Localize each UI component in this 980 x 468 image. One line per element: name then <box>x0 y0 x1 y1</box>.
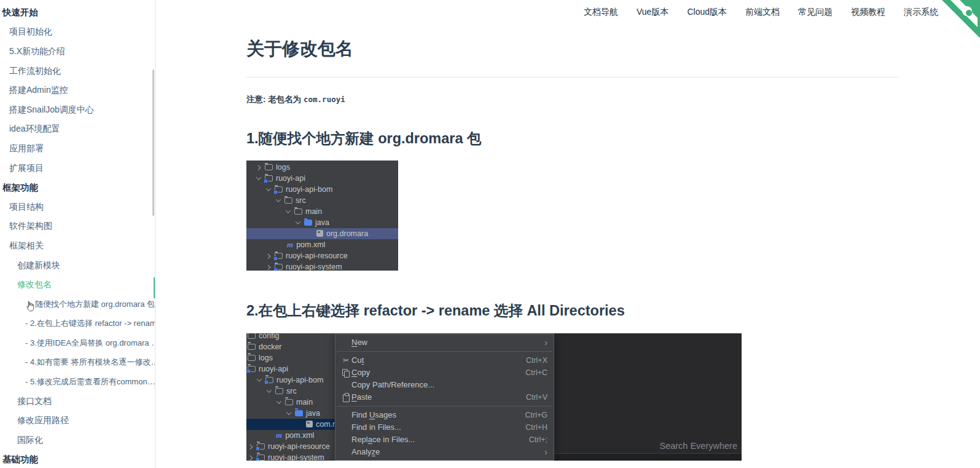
chevron-right-icon <box>264 263 273 271</box>
sidebar-item[interactable]: 框架相关 <box>0 236 155 256</box>
sidebar-item[interactable]: 项目初始化 <box>0 23 155 42</box>
submenu-arrow-icon: › <box>544 448 547 456</box>
menu-item: Replace in Files...Ctrl+; <box>335 434 554 446</box>
tree-item-label: src <box>296 196 306 205</box>
sidebar-item[interactable]: 随便找个地方新建 org.dromara 包 <box>0 295 155 314</box>
sidebar-item[interactable]: 应用部署 <box>0 139 155 159</box>
sidebar-item[interactable]: - 2.在包上右键选择 refactor -> renam… <box>0 314 155 334</box>
tree-item-label: pom.xml <box>296 240 325 249</box>
sidebar-item[interactable]: 创建新模块 <box>0 256 155 276</box>
tree-item-label: main <box>305 207 322 216</box>
menu-item-label: New <box>351 338 367 347</box>
tree-item-label: pom.xml <box>285 431 314 440</box>
chevron-right-icon <box>264 252 273 260</box>
menu-item-label: Copy <box>351 368 370 377</box>
nav-link[interactable]: 演示系统 <box>904 7 938 18</box>
nav-link[interactable]: Vue版本 <box>637 7 668 18</box>
tree-item-label: ruoyi-api-bom <box>276 376 323 384</box>
nav-link[interactable]: 前端文档 <box>745 7 780 18</box>
sidebar-item[interactable]: 工作流初始化 <box>0 61 155 81</box>
sidebar-item[interactable]: - 5.修改完成后需查看所有common… <box>0 372 155 392</box>
chevron-down-icon <box>254 174 263 183</box>
tree-row: ruoyi-api <box>246 173 398 184</box>
nav-link[interactable]: 视频教程 <box>851 7 885 18</box>
chevron-down-icon <box>265 387 273 395</box>
tree-row: src <box>246 195 398 206</box>
section-heading-2: 2.在包上右键选择 refactor -> rename 选择 All Dire… <box>246 302 898 320</box>
sidebar-item-label: 项目结构 <box>9 202 44 213</box>
sidebar-item[interactable]: - 3.使用IDEA全局替换 org.dromara … <box>0 333 155 353</box>
folder-icon <box>248 344 256 350</box>
sidebar-item[interactable]: 国际化 <box>0 430 155 450</box>
menu-shortcut: Ctrl+C <box>525 368 547 377</box>
sidebar-item-label: 应用部署 <box>9 143 44 154</box>
menu-item-label: Copy Path/Reference... <box>351 380 434 389</box>
maven-icon: m <box>276 430 282 440</box>
chevron-down-icon <box>294 218 302 227</box>
sidebar-item-label: 基础功能 <box>2 454 38 466</box>
module-folder-icon <box>248 366 256 372</box>
sidebar-item-label: 5.X新功能介绍 <box>9 46 65 57</box>
tree-row: ruoyi-api-resource <box>246 250 398 261</box>
module-folder-icon <box>275 264 283 270</box>
sidebar-scrollbar-thumb[interactable] <box>152 69 154 216</box>
menu-item: Copy Path/Reference... <box>335 379 554 391</box>
sidebar-item[interactable]: 搭建SnailJob调度中心 <box>0 100 155 120</box>
ide-screenshot-1: logsruoyi-apiruoyi-api-bomsrcmainjavaorg… <box>246 161 398 271</box>
sidebar-item[interactable]: 修改应用路径 <box>0 411 155 430</box>
tree-item-label: ruoyi-api-bom <box>286 185 332 194</box>
chevron-right-icon <box>254 163 263 172</box>
tree-item-label: logs <box>276 163 290 172</box>
sidebar-item[interactable]: idea环境配置 <box>0 120 155 140</box>
sidebar-item-label: 框架相关 <box>9 240 44 252</box>
menu-shortcut: Ctrl+X <box>526 356 547 365</box>
package-icon <box>316 230 323 237</box>
tree-item-label: config <box>259 333 279 340</box>
note-code: com.ruoyi <box>304 95 345 104</box>
sidebar-item[interactable]: 软件架构图 <box>0 217 155 237</box>
sidebar-item-label: 创建新模块 <box>17 260 60 271</box>
tree-item-label: docker <box>259 343 282 351</box>
tree-row: logs <box>246 162 398 173</box>
active-item-indicator <box>154 277 155 298</box>
navbar-links: 文档导航Vue版本Cloud版本前端文档常见问题视频教程演示系统 <box>584 0 938 25</box>
tree-item-label: ruoyi-api-resource <box>268 442 330 451</box>
sidebar-item[interactable]: 5.X新功能介绍 <box>0 42 155 61</box>
context-menu: New›CutCtrl+XCopyCtrl+CCopy Path/Referen… <box>335 334 554 461</box>
nav-link[interactable]: Cloud版本 <box>687 7 727 18</box>
module-folder-icon <box>275 253 283 259</box>
sidebar-item-label: 工作流初始化 <box>9 66 61 77</box>
sidebar-item-active[interactable]: 修改包名 <box>0 275 155 295</box>
sidebar-item-label: idea环境配置 <box>9 124 60 135</box>
menu-item-label: Find Usages <box>351 410 396 419</box>
sidebar-item[interactable]: 接口文档 <box>0 392 155 411</box>
tree-row: ruoyi-api-system <box>246 261 398 271</box>
nav-link[interactable]: 文档导航 <box>584 7 618 18</box>
sidebar-item-label: - 2.在包上右键选择 refactor -> renam… <box>25 318 155 329</box>
sidebar-item[interactable]: 搭建Admin监控 <box>0 81 155 100</box>
chevron-down-icon <box>284 207 292 216</box>
tree-item-label: java <box>315 218 329 227</box>
folder-icon <box>284 197 292 204</box>
sidebar-section-title: 基础功能 <box>0 450 155 468</box>
sidebar-item[interactable]: 项目结构 <box>0 197 155 217</box>
sidebar-item[interactable]: 扩展项目 <box>0 159 155 178</box>
module-folder-icon <box>257 454 265 461</box>
menu-item-label: Cut <box>351 355 364 365</box>
menu-separator <box>337 351 552 352</box>
sidebar-item-label: 接口文档 <box>17 396 52 407</box>
module-folder-icon <box>275 186 283 192</box>
content-divider <box>246 77 898 77</box>
menu-icon-placeholder <box>340 410 351 421</box>
menu-item: CopyCtrl+C <box>335 367 554 379</box>
corner-ribbon[interactable] <box>942 0 980 38</box>
sidebar-item-label: 随便找个地方新建 org.dromara 包 <box>35 299 155 310</box>
copy-icon <box>340 367 351 378</box>
sidebar-item[interactable]: - 4.如有需要 将所有模块名逐一修改… <box>0 353 155 373</box>
hand-cursor-icon <box>25 301 34 312</box>
tree-item-label: java <box>306 409 320 418</box>
nav-link[interactable]: 常见问题 <box>798 7 833 18</box>
tree-row: org.dromara <box>246 228 398 239</box>
menu-shortcut: Ctrl+V <box>526 393 547 402</box>
menu-icon-placeholder <box>340 434 351 445</box>
